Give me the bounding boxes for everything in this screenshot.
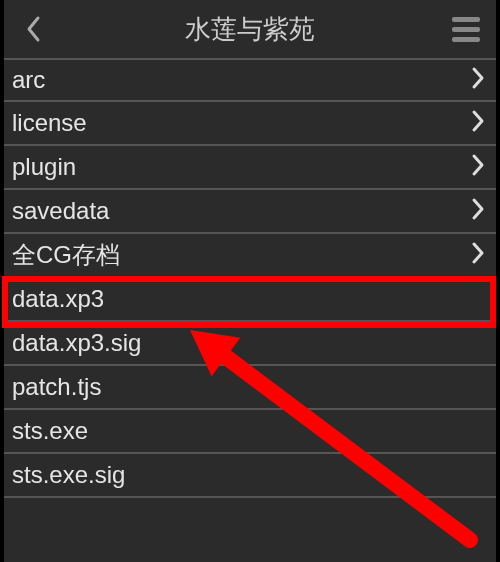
list-item[interactable]: data.xp3.sig — [4, 322, 496, 366]
list-item[interactable]: savedata — [4, 190, 496, 234]
list-item[interactable]: 全CG存档 — [4, 234, 496, 278]
back-button[interactable] — [14, 9, 54, 49]
list-item-label: patch.tjs — [12, 373, 101, 401]
chevron-right-icon — [470, 109, 486, 137]
list-item[interactable]: license — [4, 102, 496, 146]
menu-icon — [452, 27, 480, 32]
list-item-label: data.xp3.sig — [12, 329, 141, 357]
chevron-right-icon — [470, 66, 486, 94]
app-frame: 水莲与紫苑 arclicensepluginsavedata全CG存档data.… — [0, 0, 500, 562]
file-list: arclicensepluginsavedata全CG存档data.xp3dat… — [4, 58, 496, 562]
list-item[interactable]: sts.exe.sig — [4, 454, 496, 498]
list-item-label: sts.exe — [12, 417, 88, 445]
menu-icon — [452, 37, 480, 42]
list-item-label: arc — [12, 66, 45, 94]
list-item[interactable]: data.xp3 — [4, 278, 496, 322]
menu-icon — [452, 17, 480, 22]
menu-button[interactable] — [446, 9, 486, 49]
list-item-label: sts.exe.sig — [12, 461, 125, 489]
list-item-label: plugin — [12, 153, 76, 181]
list-item-label: license — [12, 109, 87, 137]
header-bar: 水莲与紫苑 — [4, 0, 496, 58]
list-item[interactable]: plugin — [4, 146, 496, 190]
list-item-label: data.xp3 — [12, 285, 104, 313]
list-item-label: savedata — [12, 197, 109, 225]
list-item[interactable]: sts.exe — [4, 410, 496, 454]
list-item[interactable]: arc — [4, 58, 496, 102]
list-item-label: 全CG存档 — [12, 239, 120, 271]
chevron-left-icon — [25, 15, 43, 43]
list-item[interactable]: patch.tjs — [4, 366, 496, 410]
page-title: 水莲与紫苑 — [54, 12, 446, 47]
chevron-right-icon — [470, 241, 486, 269]
chevron-right-icon — [470, 153, 486, 181]
chevron-right-icon — [470, 197, 486, 225]
